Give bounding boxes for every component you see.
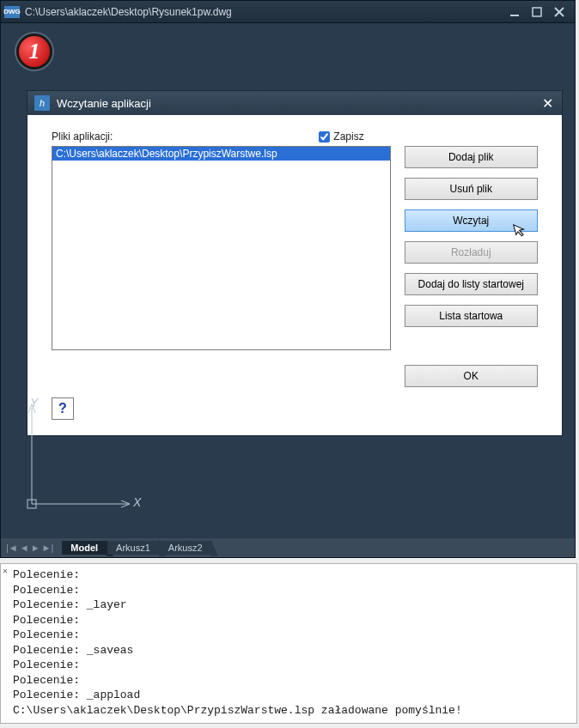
add-startup-button[interactable]: Dodaj do listy startowej bbox=[405, 273, 538, 295]
remove-file-button[interactable]: Usuń plik bbox=[405, 178, 538, 200]
file-list-item[interactable]: C:\Users\aklaczek\Desktop\PrzypiszWarstw… bbox=[52, 147, 390, 161]
tab-model[interactable]: Model bbox=[62, 541, 107, 555]
dialog-title: Wczytanie aplikacji bbox=[57, 97, 539, 110]
maximize-button[interactable] bbox=[530, 5, 544, 19]
ucs-axis: Y X bbox=[23, 399, 143, 519]
command-console[interactable]: ✕ Polecenie: Polecenie: Polecenie: _laye… bbox=[0, 563, 577, 724]
dialog-titlebar: h Wczytanie aplikacji ✕ bbox=[27, 91, 562, 115]
tab-nav-first[interactable]: |◄ bbox=[6, 543, 18, 553]
tab-nav-next[interactable]: ► bbox=[31, 543, 40, 553]
axis-label-x: X bbox=[133, 495, 141, 509]
console-line: Polecenie: _saveas bbox=[13, 643, 570, 658]
axis-label-y: Y bbox=[30, 396, 38, 410]
file-list[interactable]: C:\Users\aklaczek\Desktop\PrzypiszWarstw… bbox=[52, 146, 391, 350]
load-button[interactable]: Wczytaj bbox=[405, 209, 538, 232]
console-line: Polecenie: bbox=[13, 628, 570, 643]
tab-nav-prev[interactable]: ◄ bbox=[20, 543, 29, 553]
tab-sheet1[interactable]: Arkusz1 bbox=[107, 541, 160, 555]
minimize-button[interactable] bbox=[508, 5, 521, 19]
window-title: C:\Users\aklaczek\Desktop\Rysunek1pw.dwg bbox=[25, 6, 508, 18]
console-line: Polecenie: bbox=[13, 583, 570, 598]
files-label: Pliki aplikacji: bbox=[52, 130, 113, 143]
console-close-icon[interactable]: ✕ bbox=[3, 566, 8, 578]
add-file-button[interactable]: Dodaj plik bbox=[405, 146, 538, 168]
save-checkbox-input[interactable] bbox=[319, 131, 330, 143]
console-line: C:\Users\aklaczek\Desktop\PrzypiszWarstw… bbox=[13, 703, 570, 719]
dialog-icon: h bbox=[34, 95, 50, 111]
app-icon: DWG bbox=[4, 6, 20, 18]
load-button-label: Wczytaj bbox=[453, 215, 489, 227]
console-line: Polecenie: _layer bbox=[13, 598, 570, 613]
console-line: Polecenie: bbox=[13, 567, 570, 583]
close-button[interactable] bbox=[552, 5, 566, 19]
svg-rect-1 bbox=[533, 8, 541, 16]
titlebar: DWG C:\Users\aklaczek\Desktop\Rysunek1pw… bbox=[1, 1, 575, 23]
console-line: Polecenie: bbox=[13, 613, 570, 628]
tab-bar: |◄ ◄ ► ►| Model Arkusz1 Arkusz2 bbox=[1, 538, 575, 557]
console-line: Polecenie: _appload bbox=[13, 688, 570, 703]
ok-button[interactable]: OK bbox=[405, 365, 538, 387]
cursor-icon bbox=[513, 221, 529, 242]
main-window: DWG C:\Users\aklaczek\Desktop\Rysunek1pw… bbox=[0, 0, 576, 558]
console-line: Polecenie: bbox=[13, 658, 570, 673]
save-checkbox-label: Zapisz bbox=[333, 130, 363, 143]
dialog-close-button[interactable]: ✕ bbox=[539, 95, 555, 112]
tab-nav-last[interactable]: ►| bbox=[42, 543, 54, 553]
unload-button[interactable]: Rozładuj bbox=[405, 241, 538, 264]
save-checkbox[interactable]: Zapisz bbox=[319, 130, 363, 143]
step-badge: 1 bbox=[16, 33, 52, 70]
tab-sheet2[interactable]: Arkusz2 bbox=[160, 541, 212, 555]
console-line: Polecenie: bbox=[13, 673, 570, 689]
startup-list-button[interactable]: Lista startowa bbox=[405, 305, 538, 327]
load-app-dialog: h Wczytanie aplikacji ✕ Pliki aplikacji:… bbox=[27, 90, 563, 436]
